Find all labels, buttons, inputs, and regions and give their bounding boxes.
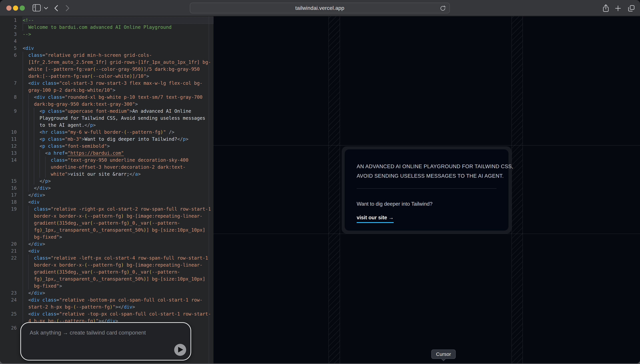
line-number: 18	[0, 199, 23, 206]
code-line-7: 7<div class="col-start-3 row-start-3 fle…	[0, 80, 213, 94]
code-line-10: 10<hr class="my-6 w-full border-(--patte…	[0, 129, 213, 136]
prompt-input[interactable]: Ask anything → create tailwind card comp…	[30, 330, 146, 336]
play-icon	[177, 346, 183, 353]
share-button[interactable]	[602, 4, 610, 12]
line-number: 5	[0, 45, 23, 52]
code-editor[interactable]: 1<!--2Welcome to bardui.com advanced AI …	[0, 16, 213, 363]
line-number: 12	[0, 143, 23, 150]
code-line-text: -->	[23, 31, 213, 38]
chevron-down-icon	[44, 7, 48, 10]
code-line-16: 16</div>	[0, 185, 213, 192]
back-arrow-icon	[54, 5, 59, 12]
browser-window: tailwindai.vercel.app	[0, 0, 640, 363]
sidebar-icon	[32, 4, 41, 12]
code-line-text: <div	[23, 248, 213, 254]
tab-overview-button[interactable]	[627, 4, 635, 12]
code-line-22: 22class="relative -left-px col-start-4 r…	[0, 254, 213, 290]
line-number: 22	[0, 254, 23, 262]
desktop-background: tailwindai.vercel.app	[0, 0, 640, 364]
code-line-text: <!--	[23, 17, 213, 24]
visit-site-link[interactable]: visit our site →	[357, 215, 394, 223]
line-number: 2	[0, 24, 23, 31]
code-line-text: <div class="col-start-3 row-start-3 flex…	[23, 80, 213, 94]
code-line-23: 23</div>	[0, 290, 213, 296]
tab-overview-icon	[627, 4, 635, 12]
line-number: 19	[0, 206, 23, 213]
toolbar-divider	[42, 5, 43, 11]
code-line-17: 17</div>	[0, 192, 213, 199]
code-line-text: class="relative grid min-h-screen grid-c…	[23, 52, 213, 80]
code-line-12: 12<p class="font-semibold">	[0, 143, 213, 150]
code-line-21: 21<div	[0, 248, 213, 254]
line-number: 7	[0, 80, 23, 87]
line-number: 16	[0, 185, 23, 192]
address-bar[interactable]: tailwindai.vercel.app	[190, 3, 450, 13]
line-number: 11	[0, 136, 23, 143]
code-line-19: 19class="relative -right-px col-start-2 …	[0, 206, 213, 240]
code-line-text: <div	[23, 45, 213, 52]
card-heading-line-1: AN ADVANCED AI ONLINE PLAYGROUND FOR TAI…	[357, 162, 496, 171]
new-tab-button[interactable]	[615, 5, 621, 12]
code-line-6: 6class="relative grid min-h-screen grid-…	[0, 52, 213, 80]
code-line-text: <div class="relative -bottom-px col-span…	[23, 296, 213, 310]
code-line-text: class="relative -right-px col-start-2 ro…	[23, 206, 213, 240]
grid-line-bottom	[213, 234, 640, 234]
code-line-text: </div>	[23, 240, 213, 248]
line-number: 23	[0, 290, 23, 296]
code-line-15: 15</p>	[0, 178, 213, 185]
code-line-text: </div>	[23, 192, 213, 199]
code-line-text: <p class="uppercase font-medium">An adva…	[23, 108, 213, 129]
code-line-20: 20</div>	[0, 240, 213, 248]
code-line-3: 3-->	[0, 31, 213, 38]
reload-button[interactable]	[440, 5, 446, 12]
back-button[interactable]	[54, 5, 59, 12]
sidebar-menu-chevron[interactable]	[44, 7, 48, 10]
window-content: 1<!--2Welcome to bardui.com advanced AI …	[0, 16, 640, 363]
code-line-18: 18<div	[0, 199, 213, 206]
browser-toolbar: tailwindai.vercel.app	[0, 0, 640, 16]
code-line-text: <hr class="my-6 w-full border-(--pattern…	[23, 129, 213, 136]
code-line-9: 9<p class="uppercase font-medium">An adv…	[0, 108, 213, 129]
card-heading-line-2: AVOID SENDING USELESS MESSAGES TO THE AI…	[357, 171, 496, 181]
close-window-button[interactable]	[6, 6, 12, 11]
line-number: 10	[0, 129, 23, 136]
share-icon	[602, 4, 610, 12]
code-line-text: <div	[23, 199, 213, 206]
preview-pane: AN ADVANCED AI ONLINE PLAYGROUND FOR TAI…	[213, 16, 640, 363]
preview-card-frame: AN ADVANCED AI ONLINE PLAYGROUND FOR TAI…	[342, 146, 511, 234]
card-question: Want to dig deeper into Tailwind?	[357, 201, 496, 207]
zoom-window-button[interactable]	[20, 6, 25, 11]
line-number: 26	[0, 324, 23, 332]
line-number: 4	[0, 38, 23, 45]
code-line-text: Welcome to bardui.com advanced AI Online…	[23, 24, 213, 31]
editor-scrollbar-track[interactable]	[209, 16, 209, 363]
code-line-11: 11<p class="mb-3">Want to dig deeper int…	[0, 136, 213, 143]
line-number: 17	[0, 192, 23, 199]
line-number: 1	[0, 17, 23, 24]
line-number: 25	[0, 310, 23, 318]
pattern-stripe-right	[511, 16, 523, 363]
minimize-window-button[interactable]	[13, 6, 18, 11]
line-number: 21	[0, 248, 23, 254]
code-line-text: class="relative -left-px col-start-4 row…	[23, 254, 213, 290]
code-line-text: <a href="https://bardui.com"	[23, 150, 213, 157]
grid-line-top	[213, 145, 640, 146]
card-divider	[357, 188, 496, 189]
preview-card: AN ADVANCED AI ONLINE PLAYGROUND FOR TAI…	[345, 149, 508, 230]
prompt-box: Ask anything → create tailwind card comp…	[20, 322, 191, 360]
submit-button[interactable]	[174, 344, 186, 356]
forward-button[interactable]	[65, 5, 70, 12]
code-line-24: 24<div class="relative -bottom-px col-sp…	[0, 296, 213, 310]
code-line-text: <p class="mb-3">Want to dig deeper into …	[23, 136, 213, 143]
code-line-text: <div class="rounded-xl bg-white p-10 tex…	[23, 94, 213, 108]
line-number: 15	[0, 178, 23, 185]
line-number: 13	[0, 150, 23, 157]
line-number: 20	[0, 240, 23, 248]
card-heading: AN ADVANCED AI ONLINE PLAYGROUND FOR TAI…	[357, 162, 496, 181]
code-line-13: 13<a href="https://bardui.com"	[0, 150, 213, 157]
code-line-text: <p class="font-semibold">	[23, 143, 213, 150]
code-line-5: 5<div	[0, 45, 213, 52]
sidebar-toggle-button[interactable]	[32, 4, 41, 12]
code-lines: 1<!--2Welcome to bardui.com advanced AI …	[0, 16, 213, 332]
code-line-text: </p>	[23, 178, 213, 185]
